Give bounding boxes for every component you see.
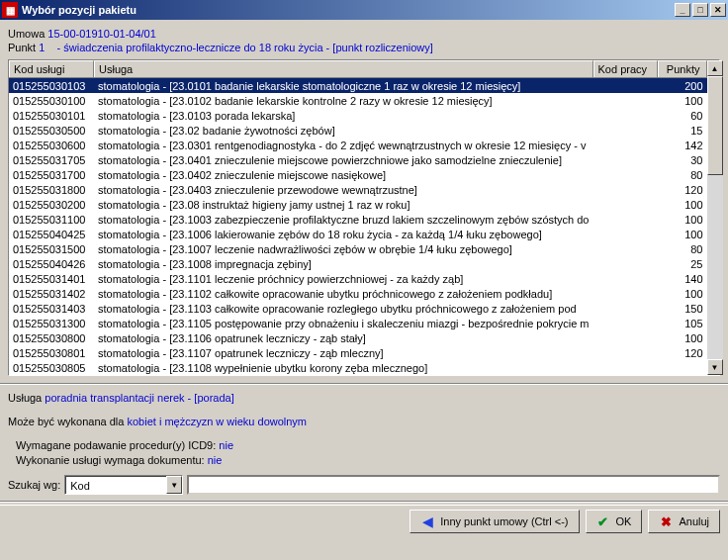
scroll-down-button[interactable]: ▼ <box>707 359 723 375</box>
cell-kodpracy <box>593 293 658 295</box>
table-row[interactable]: 015255031100stomatologia - [23.1003 zabe… <box>9 212 707 227</box>
table-row[interactable]: 015255031500stomatologia - [23.1007 lecz… <box>9 241 707 256</box>
minimize-button[interactable]: _ <box>675 3 690 17</box>
cell-punkty: 100 <box>658 213 707 227</box>
cell-kodpracy <box>593 367 658 369</box>
table-row[interactable]: 015255031705stomatologia - [23.0401 znie… <box>9 152 707 167</box>
table-row[interactable]: 015255030800stomatologia - [23.1106 opat… <box>9 330 707 345</box>
cell-kod: 015255031500 <box>9 242 94 256</box>
search-input[interactable] <box>187 475 720 495</box>
search-label: Szukaj wg: <box>8 479 60 491</box>
cell-kod: 015255030100 <box>9 94 94 108</box>
table-row[interactable]: 015255031800stomatologia - [23.0403 znie… <box>9 182 707 197</box>
col-kodpracy-header[interactable]: Kod pracy <box>593 60 658 77</box>
separator <box>0 501 728 503</box>
table-body: 015255030103stomatologia - [23.0101 bada… <box>9 78 707 375</box>
cell-usluga: stomatologia - [23.1103 całkowite opraco… <box>94 302 593 316</box>
cell-usluga: stomatologia - [23.02 badanie żywotności… <box>94 124 593 138</box>
col-punkty-header[interactable]: Punkty <box>658 60 707 77</box>
table-row[interactable]: 015255031403stomatologia - [23.1103 całk… <box>9 301 707 316</box>
cell-kod: 015255031800 <box>9 183 94 197</box>
umowa-row: Umowa 15-00-01910-01-04/01 <box>8 28 720 40</box>
table-row[interactable]: 015255030101stomatologia - [23.0103 pora… <box>9 108 707 123</box>
cell-kod: 015255031705 <box>9 153 94 167</box>
cell-punkty: 142 <box>658 139 707 152</box>
close-button[interactable]: ✕ <box>710 3 726 17</box>
table-row[interactable]: 015255030500stomatologia - [23.02 badani… <box>9 123 707 138</box>
cell-kod: 015255040426 <box>9 257 94 271</box>
table-row[interactable]: 015255030805stomatologia - [23.1108 wype… <box>9 360 707 375</box>
window-buttons: _ □ ✕ <box>675 3 726 17</box>
vertical-scrollbar[interactable]: ▲ ▼ <box>707 60 723 375</box>
cell-kodpracy <box>593 130 658 132</box>
cell-kodpracy <box>593 233 658 235</box>
detail-icd9-value: nie <box>219 439 233 451</box>
button-row: ◀ Inny punkt umowy (Ctrl <-) ✔ OK ✖ Anul… <box>0 505 728 539</box>
cancel-label: Anuluj <box>679 515 709 527</box>
table-row[interactable]: 015255031401stomatologia - [23.1101 lecz… <box>9 271 707 286</box>
cell-punkty: 15 <box>658 124 707 138</box>
cell-kod: 015255040425 <box>9 228 94 241</box>
detail-dokument-row: Wykonanie usługi wymaga dokumentu: nie <box>8 454 720 466</box>
cell-kod: 015255030801 <box>9 346 94 360</box>
table-header: Kod usługi Usługa Kod pracy Punkty <box>9 60 707 78</box>
table-row[interactable]: 015255030600stomatologia - [23.0301 rent… <box>9 138 707 152</box>
search-mode-select[interactable]: Kod ▼ <box>64 475 183 495</box>
detail-usluga-value: poradnia transplantacji nerek - [porada] <box>45 392 233 404</box>
cell-kod: 015255030101 <box>9 109 94 123</box>
cell-usluga: stomatologia - [23.0101 badanie lekarski… <box>94 79 593 93</box>
ok-button[interactable]: ✔ OK <box>586 510 643 533</box>
detail-moze-row: Może być wykonana dla kobiet i mężczyzn … <box>8 416 720 427</box>
table-row[interactable]: 015255030100stomatologia - [23.0102 bada… <box>9 93 707 108</box>
cell-kod: 015255031100 <box>9 213 94 227</box>
cell-usluga: stomatologia - [23.1007 leczenie nadwraż… <box>94 242 593 256</box>
scroll-up-button[interactable]: ▲ <box>707 60 723 76</box>
cell-kod: 015255031403 <box>9 302 94 316</box>
cell-kod: 015255031300 <box>9 317 94 330</box>
window-title: Wybór pozycji pakietu <box>22 4 675 16</box>
arrow-left-icon: ◀ <box>420 514 434 528</box>
detail-moze-label: Może być wykonana dla <box>8 416 124 427</box>
cell-kodpracy <box>593 174 658 176</box>
detail-usluga-label: Usługa <box>8 392 42 404</box>
table-row[interactable]: 015255031300stomatologia - [23.1105 post… <box>9 316 707 330</box>
cell-kod: 015255031700 <box>9 168 94 182</box>
cell-kod: 015255030600 <box>9 139 94 152</box>
maximize-button[interactable]: □ <box>692 3 708 17</box>
scroll-thumb[interactable] <box>707 76 723 175</box>
cell-punkty: 25 <box>658 257 707 271</box>
detail-icd9-label: Wymagane podawanie procedur(y) ICD9: <box>16 439 216 451</box>
umowa-value: 15-00-01910-01-04/01 <box>47 28 155 40</box>
cell-kodpracy <box>593 115 658 117</box>
cell-usluga: stomatologia - [23.1108 wypełnienie ubyt… <box>94 361 593 375</box>
table-row[interactable]: 015255031402stomatologia - [23.1102 całk… <box>9 286 707 301</box>
table-row[interactable]: 015255040426stomatologia - [23.1008 impr… <box>9 256 707 271</box>
detail-dokument-label: Wykonanie usługi wymaga dokumentu: <box>16 454 205 466</box>
punkt-label: Punkt <box>8 42 36 53</box>
x-icon: ✖ <box>659 514 673 528</box>
cell-kodpracy <box>593 308 658 310</box>
cell-punkty: 120 <box>658 346 707 360</box>
col-kod-header[interactable]: Kod usługi <box>9 60 94 77</box>
app-icon: ▦ <box>2 2 18 18</box>
col-usluga-header[interactable]: Usługa <box>94 60 593 77</box>
table-row[interactable]: 015255031700stomatologia - [23.0402 znie… <box>9 167 707 182</box>
cell-kodpracy <box>593 248 658 250</box>
cell-punkty: 100 <box>658 94 707 108</box>
cell-usluga: stomatologia - [23.1003 zabezpieczenie p… <box>94 213 593 227</box>
cell-kod: 015255030805 <box>9 361 94 375</box>
chevron-down-icon[interactable]: ▼ <box>166 476 182 494</box>
punkt-row: Punkt 1 - świadczenia profilaktyczno-lec… <box>8 42 720 53</box>
cell-usluga: stomatologia - [23.0403 znieczulenie prz… <box>94 183 593 197</box>
table-row[interactable]: 015255030103stomatologia - [23.0101 bada… <box>9 78 707 93</box>
cell-punkty: 150 <box>658 302 707 316</box>
table-row[interactable]: 015255030801stomatologia - [23.1107 opat… <box>9 345 707 360</box>
other-point-button[interactable]: ◀ Inny punkt umowy (Ctrl <-) <box>410 510 579 533</box>
cell-kod: 015255031401 <box>9 272 94 286</box>
cell-punkty <box>658 367 707 369</box>
cancel-button[interactable]: ✖ Anuluj <box>648 510 720 533</box>
table-row[interactable]: 015255040425stomatologia - [23.1006 laki… <box>9 227 707 241</box>
cell-kod: 015255030200 <box>9 198 94 212</box>
table-row[interactable]: 015255030200stomatologia - [23.08 instru… <box>9 197 707 212</box>
cell-usluga: stomatologia - [23.1106 opatrunek leczni… <box>94 331 593 345</box>
